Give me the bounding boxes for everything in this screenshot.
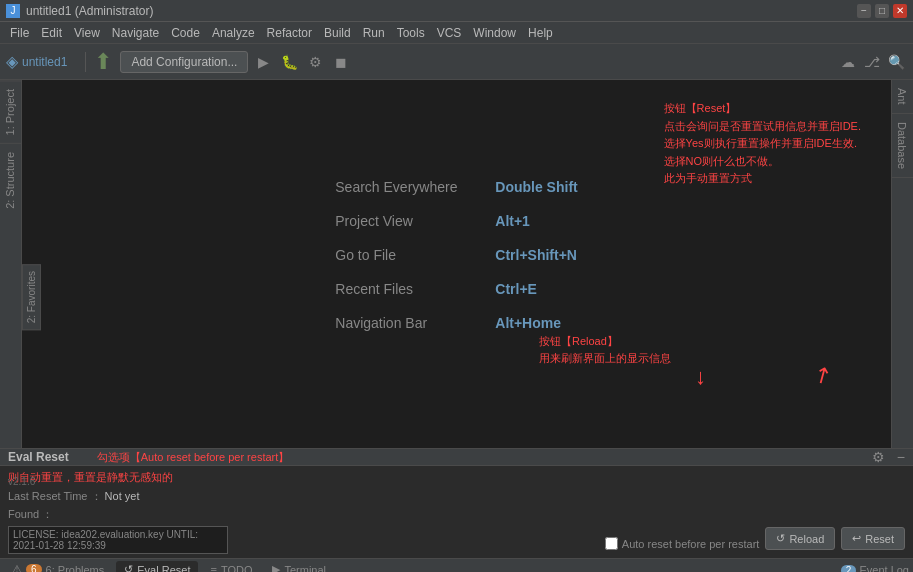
shortcut-goto-key: Ctrl+Shift+N [495,247,577,263]
auto-reset-hint2: 则自动重置，重置是静默无感知的 [8,470,228,485]
shortcut-recent-label: Recent Files [335,281,495,297]
title-bar: J untitled1 (Administrator) − □ ✕ [0,0,913,22]
reset-annotation-line1: 点击会询问是否重置试用信息并重启IDE. [664,118,861,136]
editor-area: Search Everywhere Double Shift Project V… [22,80,891,448]
tab-todo[interactable]: ≡ TODO [202,562,260,573]
menu-edit[interactable]: Edit [35,24,68,42]
right-sidebar: Ant Database [891,80,913,448]
sidebar-item-database[interactable]: Database [892,114,913,178]
auto-reset-label: Auto reset before per restart [622,538,760,550]
window-title: untitled1 (Administrator) [26,4,857,18]
reset-button[interactable]: ↩ Reset [841,527,905,550]
sidebar-item-structure[interactable]: 2: Structure [0,143,21,217]
license-text: LICENSE: idea202.evaluation.key UNTIL: 2… [8,526,228,554]
auto-reset-hint: 勾选项【Auto reset before per restart】 [97,450,290,465]
todo-icon: ≡ [210,564,216,573]
menu-help[interactable]: Help [522,24,559,42]
project-name: untitled1 [22,55,67,69]
run-button[interactable]: ▶ [252,51,274,73]
found-label: Found ： [8,508,53,520]
shortcut-recent: Recent Files Ctrl+E [335,281,577,297]
arrow-to-reload: ↓ [695,364,706,390]
tab-terminal[interactable]: ▶ Terminal [264,561,334,572]
settings-icon[interactable]: ⚙ [872,449,885,465]
minimize-button[interactable]: − [857,4,871,18]
shortcut-navbar-key: Alt+Home [495,315,561,331]
sidebar-item-project[interactable]: 1: Project [0,80,21,143]
tab-problems[interactable]: ⚠ 6 6: Problems [4,561,112,572]
shortcut-navbar-label: Navigation Bar [335,315,495,331]
menu-build[interactable]: Build [318,24,357,42]
reload-button[interactable]: ↺ Reload [765,527,835,550]
menu-bar: File Edit View Navigate Code Analyze Ref… [0,22,913,44]
terminal-icon: ▶ [272,563,280,572]
menu-tools[interactable]: Tools [391,24,431,42]
maximize-button[interactable]: □ [875,4,889,18]
tab-eval-reset[interactable]: ↺ Eval Reset [116,561,198,572]
reset-annotation-line3: 选择NO则什么也不做。 [664,153,861,171]
arrow-icon: ⬆ [94,49,112,75]
eval-actions: Auto reset before per restart ↺ Reload ↩… [236,470,905,554]
shortcut-project-label: Project View [335,213,495,229]
close-button[interactable]: ✕ [893,4,907,18]
menu-window[interactable]: Window [467,24,522,42]
problems-badge: 6 [26,564,42,572]
app-icon: J [6,4,20,18]
eval-reset-panel: Eval Reset 勾选项【Auto reset before per res… [0,448,913,558]
todo-label: TODO [221,564,253,573]
shortcut-recent-key: Ctrl+E [495,281,537,297]
menu-analyze[interactable]: Analyze [206,24,261,42]
reset-annotation-line2: 选择Yes则执行重置操作并重启IDE生效. [664,135,861,153]
reload-icon: ↺ [776,532,785,545]
project-label: ◈ untitled1 [6,52,67,71]
auto-reset-checkbox-container[interactable]: Auto reset before per restart [605,537,760,550]
vcs-button[interactable]: ⎇ [861,51,883,73]
eval-reset-body: 则自动重置，重置是静默无感知的 Last Reset Time ： Not ye… [0,466,913,558]
reset-icon: ↩ [852,532,861,545]
version-label: v2.1.6 [8,476,35,487]
menu-vcs[interactable]: VCS [431,24,468,42]
shortcut-project-key: Alt+1 [495,213,530,229]
window-controls: − □ ✕ [857,4,907,18]
debug-button[interactable]: 🐛 [278,51,300,73]
toolbar-separator [85,52,86,72]
last-reset-row: Last Reset Time ： Not yet [8,489,228,504]
shortcut-goto-file: Go to File Ctrl+Shift+N [335,247,577,263]
last-reset-label: Last Reset Time ： [8,490,102,502]
menu-run[interactable]: Run [357,24,391,42]
sidebar-item-ant[interactable]: Ant [892,80,913,114]
search-everywhere-icon[interactable]: 🔍 [885,51,907,73]
menu-file[interactable]: File [4,24,35,42]
menu-view[interactable]: View [68,24,106,42]
favorites-tab[interactable]: 2: Favorites [22,264,41,330]
main-layout: 1: Project 2: Structure Search Everywher… [0,80,913,448]
shortcut-search-key: Double Shift [495,179,577,195]
reload-title: 按钮【Reload】 [539,333,671,351]
left-sidebar: 1: Project 2: Structure [0,80,22,448]
update-button[interactable]: ☁ [837,51,859,73]
eval-reset-icon: ↺ [124,563,133,572]
reset-annotation: 按钮【Reset】 点击会询问是否重置试用信息并重启IDE. 选择Yes则执行重… [664,100,861,188]
reload-btn-label: Reload [789,533,824,545]
event-log[interactable]: 2 Event Log [841,564,909,573]
terminal-label: Terminal [284,564,326,573]
shortcut-goto-label: Go to File [335,247,495,263]
last-reset-value: Not yet [105,490,140,502]
menu-navigate[interactable]: Navigate [106,24,165,42]
add-configuration-button[interactable]: Add Configuration... [120,51,248,73]
auto-reset-checkbox[interactable] [605,537,618,550]
reload-annotation: 按钮【Reload】 用来刷新界面上的显示信息 [539,333,671,368]
menu-refactor[interactable]: Refactor [261,24,318,42]
problems-icon: ⚠ [12,563,22,572]
eval-reset-tab-label: Eval Reset [137,564,190,573]
shortcuts-panel: Search Everywhere Double Shift Project V… [335,179,577,349]
stop-button[interactable]: ◼ [330,51,352,73]
shortcut-project-view: Project View Alt+1 [335,213,577,229]
coverage-button[interactable]: ⚙ [304,51,326,73]
eval-reset-title: Eval Reset [8,450,69,464]
toolbar: ◈ untitled1 ⬆ Add Configuration... ▶ 🐛 ⚙… [0,44,913,80]
menu-code[interactable]: Code [165,24,206,42]
reload-line1: 用来刷新界面上的显示信息 [539,350,671,368]
collapse-icon[interactable]: − [897,449,905,465]
reset-annotation-title: 按钮【Reset】 [664,100,861,118]
